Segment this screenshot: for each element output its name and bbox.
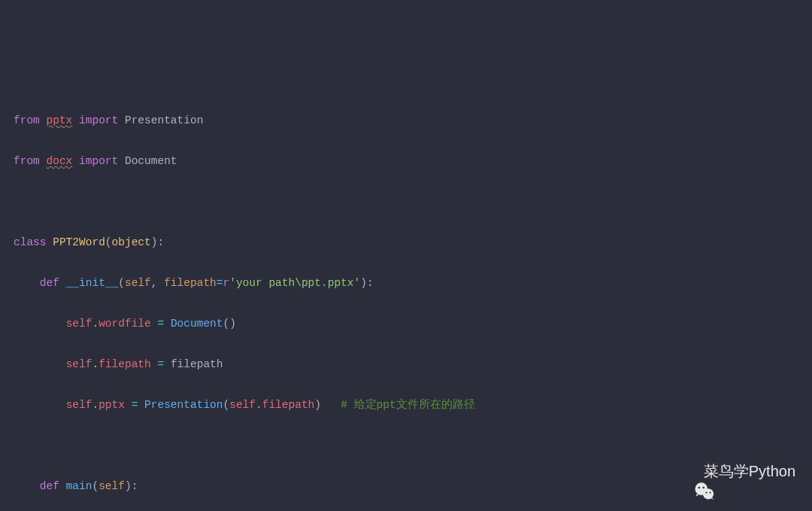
keyword-from: from bbox=[14, 155, 40, 167]
call-document: Document bbox=[171, 318, 223, 330]
method-init: __init__ bbox=[66, 277, 119, 289]
blank-line bbox=[14, 192, 798, 212]
code-editor: from pptx import Presentation from docx … bbox=[14, 90, 798, 511]
param-filepath: filepath bbox=[164, 277, 217, 289]
svg-point-1 bbox=[703, 488, 714, 499]
svg-point-2 bbox=[698, 487, 701, 489]
self-ref: self bbox=[66, 318, 92, 330]
import-name: Presentation bbox=[125, 114, 203, 126]
code-line: self.filepath = filepath bbox=[14, 354, 798, 375]
attr-wordfile: wordfile bbox=[98, 318, 151, 330]
self-ref: self bbox=[66, 358, 92, 370]
import-name: Document bbox=[125, 155, 177, 167]
watermark-text: 菜鸟学Python bbox=[704, 461, 795, 482]
svg-point-3 bbox=[702, 487, 704, 489]
keyword-def: def bbox=[40, 277, 59, 289]
param-self: self bbox=[98, 480, 125, 492]
rhs-var: filepath bbox=[171, 358, 223, 370]
attr-filepath: filepath bbox=[262, 399, 315, 411]
call-presentation: Presentation bbox=[144, 399, 223, 411]
keyword-import: import bbox=[79, 155, 118, 167]
keyword-class: class bbox=[14, 236, 47, 248]
keyword-def: def bbox=[40, 480, 59, 492]
string-prefix: r bbox=[223, 277, 230, 289]
attr-pptx: pptx bbox=[98, 399, 125, 411]
attr-filepath: filepath bbox=[98, 358, 151, 370]
comment: # 给定ppt文件所在的路径 bbox=[341, 399, 475, 411]
string-literal: 'your path\ppt.pptx' bbox=[229, 277, 360, 289]
watermark: 菜鸟学Python bbox=[677, 460, 795, 482]
module-docx: docx bbox=[47, 155, 73, 167]
code-line: self.wordfile = Document() bbox=[14, 314, 798, 334]
keyword-from: from bbox=[14, 114, 40, 126]
module-pptx: pptx bbox=[47, 114, 73, 126]
base-class: object bbox=[112, 236, 151, 248]
svg-point-5 bbox=[709, 492, 710, 494]
param-self: self bbox=[125, 277, 151, 289]
svg-point-4 bbox=[705, 492, 707, 494]
code-line: from pptx import Presentation bbox=[14, 111, 798, 131]
method-main: main bbox=[66, 480, 92, 492]
class-name: PPT2Word bbox=[53, 236, 105, 248]
code-line: self.pptx = Presentation(self.filepath) … bbox=[14, 395, 798, 415]
keyword-import: import bbox=[79, 114, 118, 126]
self-ref: self bbox=[229, 399, 256, 411]
blank-line bbox=[14, 436, 798, 456]
self-ref: self bbox=[66, 399, 92, 411]
code-line: from docx import Document bbox=[14, 151, 798, 172]
code-line: class PPT2Word(object): bbox=[14, 233, 798, 253]
wechat-icon bbox=[677, 460, 699, 482]
code-line: def __init__(self, filepath=r'your path\… bbox=[14, 273, 798, 294]
